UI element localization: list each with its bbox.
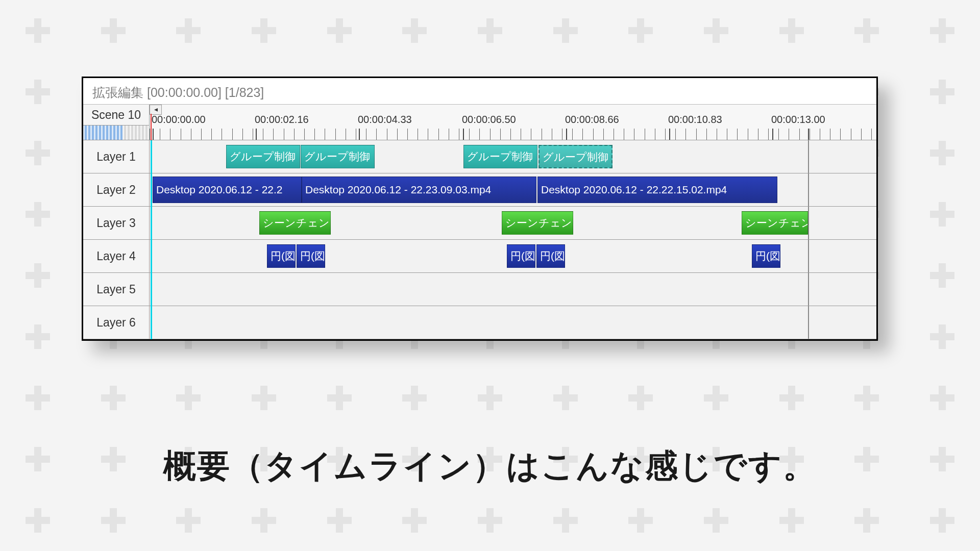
time-label: 00:00:10.83 xyxy=(668,114,722,126)
timeline-window: 拡張編集 [00:00:00.00] [1/823] Scene 10 ◂ 00… xyxy=(82,77,878,341)
layer-label[interactable]: Layer 3 xyxy=(83,207,150,239)
layer-label[interactable]: Layer 5 xyxy=(83,273,150,306)
end-marker xyxy=(808,273,809,306)
time-label: 00:00:06.50 xyxy=(462,114,516,126)
layer-track[interactable]: 円(図円(図円(図円(図円(図 xyxy=(150,240,876,272)
layer-label[interactable]: Layer 4 xyxy=(83,240,150,272)
timeline-clip[interactable]: 円(図 xyxy=(536,244,565,268)
layer-track[interactable]: グループ制御グループ制御グループ制御グループ制御 xyxy=(150,140,876,173)
timeline-clip[interactable]: Desktop 2020.06.12 - 22.22.15.02.mp4 xyxy=(537,177,777,203)
layer-label[interactable]: Layer 6 xyxy=(83,306,150,339)
layer-row: Layer 6 xyxy=(83,306,876,339)
layer-row: Layer 4円(図円(図円(図円(図円(図 xyxy=(83,240,876,273)
time-label: 00:00:02.16 xyxy=(255,114,309,126)
timeline-clip[interactable]: グループ制御 xyxy=(538,145,612,168)
major-ticks xyxy=(150,129,876,140)
time-label: 00:00:00.00 xyxy=(152,114,206,126)
end-marker xyxy=(808,173,809,206)
timeline-clip[interactable]: グループ制御 xyxy=(463,145,537,168)
layer-track[interactable]: Desktop 2020.06.12 - 22.2Desktop 2020.06… xyxy=(150,173,876,206)
time-label: 00:00:08.66 xyxy=(565,114,619,126)
time-ruler[interactable]: ◂ 00:00:00.0000:00:02.1600:00:04.3300:00… xyxy=(150,105,876,140)
timeline-clip[interactable]: 円(図 xyxy=(267,244,296,268)
layer-label[interactable]: Layer 2 xyxy=(83,173,150,206)
timeline-clip[interactable]: シーンチェンジ xyxy=(502,211,573,235)
timeline-clip[interactable]: グループ制御 xyxy=(226,145,300,168)
end-marker xyxy=(808,306,809,339)
end-marker xyxy=(808,207,809,239)
timeline-clip[interactable]: シーンチェンジ xyxy=(259,211,331,235)
timeline-clip[interactable]: グループ制御 xyxy=(301,145,375,168)
layer-track[interactable]: シーンチェンジシーンチェンジシーンチェンジ xyxy=(150,207,876,239)
time-label: 00:00:13.00 xyxy=(771,114,825,126)
timeline-clip[interactable]: シーンチェンジ xyxy=(742,211,808,235)
playhead-line[interactable] xyxy=(151,140,152,339)
layer-label[interactable]: Layer 1 xyxy=(83,140,150,173)
playhead-indicator[interactable] xyxy=(151,114,152,140)
timeline-clip[interactable]: 円(図 xyxy=(752,244,780,268)
scroll-left-button[interactable]: ◂ xyxy=(150,105,162,115)
zoom-slider[interactable] xyxy=(83,126,149,140)
scene-dropdown[interactable]: Scene 10 xyxy=(83,105,149,126)
end-marker xyxy=(808,140,809,173)
time-label: 00:00:04.33 xyxy=(358,114,412,126)
layer-track[interactable] xyxy=(150,306,876,339)
layer-row: Layer 2Desktop 2020.06.12 - 22.2Desktop … xyxy=(83,173,876,207)
layer-track[interactable] xyxy=(150,273,876,306)
layer-row: Layer 1グループ制御グループ制御グループ制御グループ制御 xyxy=(83,140,876,173)
timeline-clip[interactable]: Desktop 2020.06.12 - 22.23.09.03.mp4 xyxy=(302,177,536,203)
timeline-header: Scene 10 ◂ 00:00:00.0000:00:02.1600:00:0… xyxy=(83,105,876,140)
timeline-clip[interactable]: Desktop 2020.06.12 - 22.2 xyxy=(153,177,302,203)
timeline-clip[interactable]: 円(図 xyxy=(507,244,535,268)
layers-area: Layer 1グループ制御グループ制御グループ制御グループ制御Layer 2De… xyxy=(83,140,876,339)
layer-row: Layer 5 xyxy=(83,273,876,306)
slide-caption: 概要（タイムライン）はこんな感じです。 xyxy=(0,444,980,488)
end-marker xyxy=(808,240,809,272)
window-title: 拡張編集 [00:00:00.00] [1/823] xyxy=(83,78,876,105)
scene-cell: Scene 10 xyxy=(83,105,150,140)
timeline-clip[interactable]: 円(図 xyxy=(297,244,325,268)
layer-row: Layer 3シーンチェンジシーンチェンジシーンチェンジ xyxy=(83,207,876,240)
